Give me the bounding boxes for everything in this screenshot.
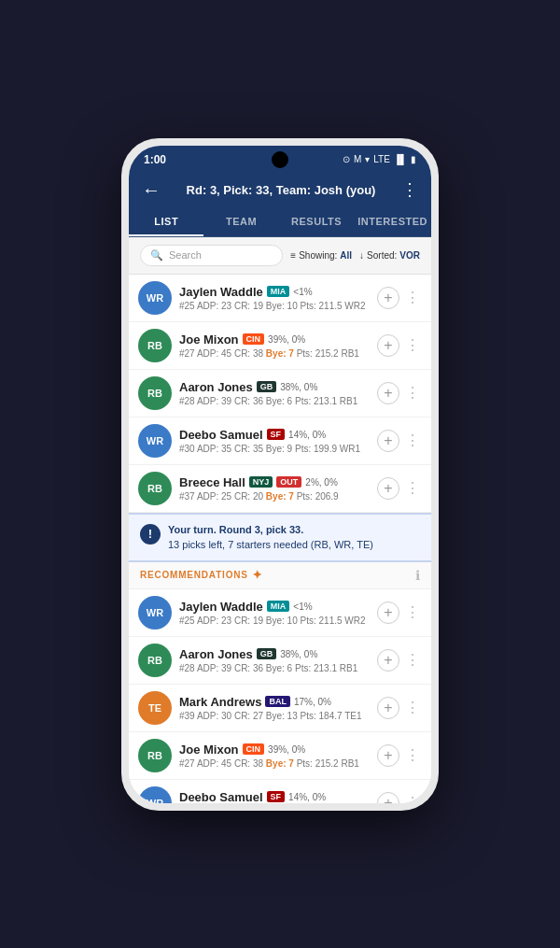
filter-button[interactable]: ≡ Showing: All bbox=[290, 250, 352, 261]
sort-button[interactable]: ↓ Sorted: VOR bbox=[359, 250, 420, 261]
wifi-icon: ▾ bbox=[365, 154, 370, 164]
player-info: Deebo SamuelSF14%, 0%#30 ADP: 35 CR: 35 … bbox=[179, 428, 377, 454]
add-player-button[interactable]: + bbox=[377, 744, 399, 767]
player-details: #28 ADP: 39 CR: 36 Bye: 6 Pts: 213.1 RB1 bbox=[179, 663, 377, 673]
player-name: Aaron Jones bbox=[179, 380, 253, 394]
player-name-row: Joe MixonCIN39%, 0% bbox=[179, 743, 377, 757]
info-button[interactable]: ℹ bbox=[415, 568, 420, 583]
player-actions: +⋮ bbox=[377, 430, 422, 452]
player-name: Aaron Jones bbox=[179, 647, 253, 661]
your-turn-banner: ! Your turn. Round 3, pick 33. 13 picks … bbox=[129, 513, 431, 562]
player-actions: +⋮ bbox=[377, 649, 422, 672]
pct-text: <1% bbox=[293, 601, 312, 612]
player-name-row: Jaylen WaddleMIA<1% bbox=[179, 600, 377, 614]
player-avatar: RB bbox=[138, 376, 172, 410]
bye-highlight: Bye: 7 bbox=[266, 491, 294, 502]
player-actions: +⋮ bbox=[377, 744, 422, 767]
add-player-button[interactable]: + bbox=[377, 601, 399, 624]
player-actions: +⋮ bbox=[377, 697, 422, 719]
sparkle-icon: ✦ bbox=[252, 568, 263, 582]
lte-text: LTE bbox=[373, 154, 390, 164]
add-player-button[interactable]: + bbox=[377, 697, 399, 719]
team-badge: CIN bbox=[243, 743, 265, 755]
player-row: WRDeebo SamuelSF14%, 0%#30 ADP: 35 CR: 3… bbox=[129, 780, 431, 803]
player-avatar: RB bbox=[138, 472, 172, 505]
player-row: RBAaron JonesGB38%, 0%#28 ADP: 39 CR: 36… bbox=[129, 637, 431, 685]
tab-team[interactable]: TEAM bbox=[203, 208, 278, 236]
player-more-button[interactable]: ⋮ bbox=[403, 430, 422, 451]
player-details: #28 ADP: 39 CR: 36 Bye: 6 Pts: 213.1 RB1 bbox=[179, 396, 377, 406]
add-player-button[interactable]: + bbox=[377, 649, 399, 672]
team-badge: BAL bbox=[265, 696, 290, 707]
player-name: Mark Andrews bbox=[179, 695, 261, 709]
add-player-button[interactable]: + bbox=[377, 287, 399, 309]
back-button[interactable]: ← bbox=[142, 179, 161, 201]
player-info: Aaron JonesGB38%, 0%#28 ADP: 39 CR: 36 B… bbox=[179, 647, 377, 673]
team-badge: MIA bbox=[267, 601, 290, 612]
player-name: Joe Mixon bbox=[179, 743, 239, 757]
add-player-button[interactable]: + bbox=[377, 792, 399, 803]
search-input[interactable]: 🔍 Search bbox=[140, 245, 283, 266]
player-info: Mark AndrewsBAL17%, 0%#39 ADP: 30 CR: 27… bbox=[179, 695, 377, 721]
player-more-button[interactable]: ⋮ bbox=[403, 697, 422, 718]
signal-icon: ▐▌ bbox=[394, 154, 407, 164]
player-name-row: Deebo SamuelSF14%, 0% bbox=[179, 790, 377, 803]
pct-text: 38%, 0% bbox=[280, 649, 317, 659]
player-more-button[interactable]: ⋮ bbox=[403, 744, 422, 766]
player-name-row: Jaylen WaddleMIA<1% bbox=[179, 285, 377, 299]
player-info: Jaylen WaddleMIA<1%#25 ADP: 23 CR: 19 By… bbox=[179, 285, 377, 311]
phone-screen: 1:00 ⊙ M ▾ LTE ▐▌ ▮ ← Rd: 3, Pick: 33, T… bbox=[129, 146, 431, 803]
header: ← Rd: 3, Pick: 33, Team: Josh (you) ⋮ bbox=[129, 172, 431, 208]
search-bar: 🔍 Search ≡ Showing: All ↓ Sorted: VOR bbox=[129, 237, 431, 275]
pct-text: 38%, 0% bbox=[280, 382, 317, 392]
nav-tabs: LIST TEAM RESULTS INTERESTED bbox=[129, 208, 431, 237]
status-time: 1:00 bbox=[144, 153, 166, 166]
player-info: Jaylen WaddleMIA<1%#25 ADP: 23 CR: 19 By… bbox=[179, 600, 377, 626]
mail-icon: M bbox=[354, 154, 361, 164]
player-name: Jaylen Waddle bbox=[179, 600, 263, 614]
player-avatar: RB bbox=[138, 329, 172, 362]
player-avatar: RB bbox=[138, 739, 172, 772]
player-actions: +⋮ bbox=[377, 792, 422, 803]
pct-text: 2%, 0% bbox=[305, 477, 337, 488]
whatsapp-icon: ⊙ bbox=[343, 154, 350, 164]
player-more-button[interactable]: ⋮ bbox=[403, 649, 422, 671]
add-player-button[interactable]: + bbox=[377, 430, 399, 452]
player-avatar: RB bbox=[138, 644, 172, 677]
player-name: Breece Hall bbox=[179, 475, 245, 489]
add-player-button[interactable]: + bbox=[377, 334, 399, 357]
player-row: WRJaylen WaddleMIA<1%#25 ADP: 23 CR: 19 … bbox=[129, 589, 431, 637]
player-more-button[interactable]: ⋮ bbox=[403, 477, 422, 499]
player-name-row: Aaron JonesGB38%, 0% bbox=[179, 647, 377, 661]
player-info: Aaron JonesGB38%, 0%#28 ADP: 39 CR: 36 B… bbox=[179, 380, 377, 406]
player-row: WRDeebo SamuelSF14%, 0%#30 ADP: 35 CR: 3… bbox=[129, 417, 431, 465]
player-more-button[interactable]: ⋮ bbox=[403, 334, 422, 356]
player-name: Deebo Samuel bbox=[179, 790, 263, 803]
player-more-button[interactable]: ⋮ bbox=[403, 792, 422, 803]
player-more-button[interactable]: ⋮ bbox=[403, 382, 422, 403]
status-icons: ⊙ M ▾ LTE ▐▌ ▮ bbox=[343, 154, 416, 164]
tab-list[interactable]: LIST bbox=[129, 208, 203, 236]
add-player-button[interactable]: + bbox=[377, 477, 399, 500]
recommendations-header: RECOMMENDATIONS ✦ ℹ bbox=[129, 562, 431, 589]
out-badge: OUT bbox=[276, 476, 301, 488]
bye-highlight: Bye: 7 bbox=[266, 348, 294, 359]
filter-icon: ≡ bbox=[290, 250, 296, 261]
add-player-button[interactable]: + bbox=[377, 382, 399, 404]
player-more-button[interactable]: ⋮ bbox=[403, 287, 422, 308]
player-actions: +⋮ bbox=[377, 601, 422, 624]
player-name-row: Joe MixonCIN39%, 0% bbox=[179, 333, 377, 347]
more-options-button[interactable]: ⋮ bbox=[401, 179, 418, 200]
pct-text: <1% bbox=[293, 287, 312, 297]
player-row: TEMark AndrewsBAL17%, 0%#39 ADP: 30 CR: … bbox=[129, 685, 431, 732]
player-more-button[interactable]: ⋮ bbox=[403, 601, 422, 623]
player-avatar: WR bbox=[138, 596, 172, 630]
sort-icon: ↓ bbox=[359, 250, 364, 261]
notch bbox=[272, 151, 288, 168]
tab-interested[interactable]: INTERESTED bbox=[354, 208, 431, 236]
team-badge: SF bbox=[267, 429, 286, 440]
tab-results[interactable]: RESULTS bbox=[279, 208, 354, 236]
banner-text: Your turn. Round 3, pick 33. 13 picks le… bbox=[168, 522, 373, 553]
player-name: Jaylen Waddle bbox=[179, 285, 263, 299]
player-info: Joe MixonCIN39%, 0%#27 ADP: 45 CR: 38 By… bbox=[179, 333, 377, 359]
